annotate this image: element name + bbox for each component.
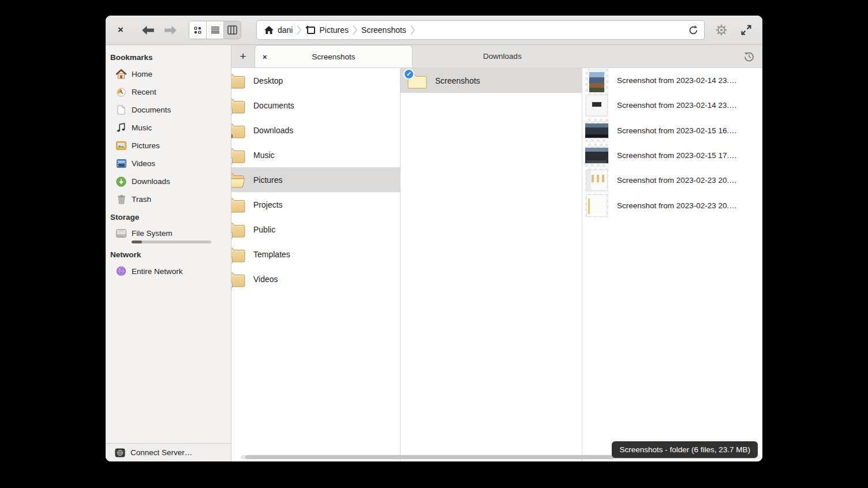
breadcrumb-label: dani: [278, 25, 293, 35]
sidebar-item-trash[interactable]: Trash: [106, 190, 231, 208]
open-folder-icon: [231, 172, 245, 188]
folder-label: Screenshots: [435, 76, 480, 85]
new-tab-button[interactable]: +: [231, 45, 255, 67]
file-row[interactable]: Screenshot from 2023-02-15 16.…: [582, 118, 762, 143]
folder-row-music[interactable]: ♪ Music: [231, 142, 400, 167]
refresh-icon: [688, 25, 699, 36]
folder-label: Downloads: [253, 126, 293, 135]
grid-view-button[interactable]: [189, 21, 207, 39]
connect-server-label: Connect Server…: [130, 448, 192, 457]
downloads-icon: [116, 177, 126, 187]
back-button[interactable]: [141, 25, 155, 35]
window-close-button[interactable]: ×: [115, 24, 126, 36]
column-folders: Desktop ≡ Documents: [231, 68, 401, 461]
sidebar-item-file-system[interactable]: File System: [106, 225, 231, 241]
list-view-icon: [211, 26, 220, 34]
folder-row-public[interactable]: < Public: [231, 217, 400, 242]
breadcrumb-pictures[interactable]: Pictures: [305, 25, 349, 35]
tab-close-icon[interactable]: ×: [263, 52, 267, 61]
tab-bar: + × Screenshots Downloads: [231, 45, 762, 68]
folder-row-screenshots[interactable]: ✓ Screenshots: [401, 68, 582, 93]
gear-icon: [715, 24, 728, 36]
disk-usage-fill: [132, 241, 142, 243]
folder-icon: [231, 197, 245, 213]
chevron-right-icon: [353, 23, 357, 37]
sidebar-item-home[interactable]: Home: [106, 65, 231, 83]
sidebar-item-videos[interactable]: Videos: [106, 155, 231, 172]
recent-icon: [116, 87, 126, 97]
history-button[interactable]: [736, 45, 762, 67]
scrollbar-thumb[interactable]: [245, 455, 614, 459]
file-row[interactable]: Screenshot from 2023-02-23 20.…: [582, 193, 762, 217]
sidebar-item-documents[interactable]: Documents: [106, 101, 231, 119]
folder-label: Documents: [253, 101, 294, 110]
folder-row-projects[interactable]: Projects: [231, 192, 400, 217]
folder-icon: ◣: [231, 246, 245, 262]
folder-label: Music: [253, 151, 275, 160]
expand-icon: [740, 24, 752, 36]
file-manager-window: ×: [106, 16, 762, 461]
folder-row-templates[interactable]: ◣ Templates: [231, 242, 400, 266]
breadcrumb-home[interactable]: dani: [264, 25, 293, 35]
folder-row-videos[interactable]: ▦ Videos: [231, 266, 400, 291]
sidebar-item-label: Trash: [132, 195, 151, 204]
public-emblem-icon: <: [231, 232, 233, 239]
chevron-right-icon: [297, 23, 301, 37]
music-icon: [116, 123, 126, 133]
sidebar-item-label: Downloads: [132, 177, 170, 186]
network-globe-icon: [116, 266, 126, 276]
storage-header: Storage: [106, 208, 231, 225]
folder-icon: ▦: [231, 271, 245, 287]
file-row[interactable]: Screenshot from 2023-02-23 20.…: [582, 168, 762, 193]
file-name: Screenshot from 2023-02-23 20.…: [617, 176, 737, 185]
path-bar[interactable]: dani Pictures Screenshots: [256, 20, 705, 40]
tab-label: Screenshots: [312, 52, 355, 61]
sidebar-item-downloads[interactable]: Downloads: [106, 172, 231, 190]
folder-row-downloads[interactable]: ↓ Downloads: [231, 118, 400, 142]
sidebar-item-label: Videos: [132, 159, 155, 168]
refresh-button[interactable]: [688, 25, 699, 36]
grid-view-icon: [193, 26, 202, 35]
folder-label: Videos: [253, 275, 278, 284]
chevron-right-icon: [410, 23, 415, 37]
folder-label: Desktop: [253, 76, 283, 85]
list-view-button[interactable]: [207, 21, 224, 39]
videos-icon: [116, 159, 126, 169]
breadcrumb-label: Pictures: [319, 25, 349, 35]
sidebar-item-pictures[interactable]: Pictures: [106, 137, 231, 155]
sidebar-item-recent[interactable]: Recent: [106, 83, 231, 101]
sidebar-item-music[interactable]: Music: [106, 119, 231, 137]
connect-server-button[interactable]: Connect Server…: [106, 443, 231, 461]
file-row[interactable]: Screenshot from 2023-02-14 23.…: [582, 68, 762, 93]
sidebar: Bookmarks Home: [106, 45, 231, 461]
view-switcher: [189, 21, 241, 39]
connect-server-icon: [115, 448, 125, 457]
sidebar-item-entire-network[interactable]: Entire Network: [106, 262, 231, 280]
folder-row-pictures[interactable]: Pictures: [231, 167, 400, 192]
file-row[interactable]: Screenshot from 2023-02-14 23.…: [582, 93, 762, 118]
settings-menu-button[interactable]: [715, 24, 728, 36]
file-name: Screenshot from 2023-02-23 20.…: [617, 201, 737, 210]
file-name: Screenshot from 2023-02-15 16.…: [617, 126, 737, 135]
music-emblem-icon: ♪: [231, 157, 233, 164]
image-thumbnail: [585, 168, 608, 192]
image-thumbnail: [585, 144, 608, 167]
fullscreen-button[interactable]: [740, 24, 752, 36]
status-tooltip: Screenshots - folder (6 files, 23.7 MB): [612, 441, 758, 458]
file-row[interactable]: Screenshot from 2023-02-15 17.…: [582, 143, 762, 168]
folder-row-desktop[interactable]: Desktop: [231, 68, 400, 93]
forward-button[interactable]: [164, 25, 177, 35]
tab-downloads[interactable]: Downloads: [413, 45, 592, 67]
documents-emblem-icon: ≡: [231, 108, 233, 115]
breadcrumb-label: Screenshots: [361, 25, 406, 35]
column-subfolders: ✓ Screenshots: [401, 68, 582, 461]
folder-icon: ↓: [231, 122, 245, 138]
folder-row-documents[interactable]: ≡ Documents: [231, 93, 400, 118]
column-view-button[interactable]: [224, 21, 241, 39]
breadcrumb-screenshots[interactable]: Screenshots: [361, 25, 406, 35]
tab-label: Downloads: [483, 52, 522, 61]
tab-screenshots[interactable]: × Screenshots: [255, 45, 413, 67]
image-thumbnail: [585, 69, 608, 92]
disk-usage-bar: [132, 241, 211, 243]
folder-icon: ≡: [231, 97, 245, 114]
